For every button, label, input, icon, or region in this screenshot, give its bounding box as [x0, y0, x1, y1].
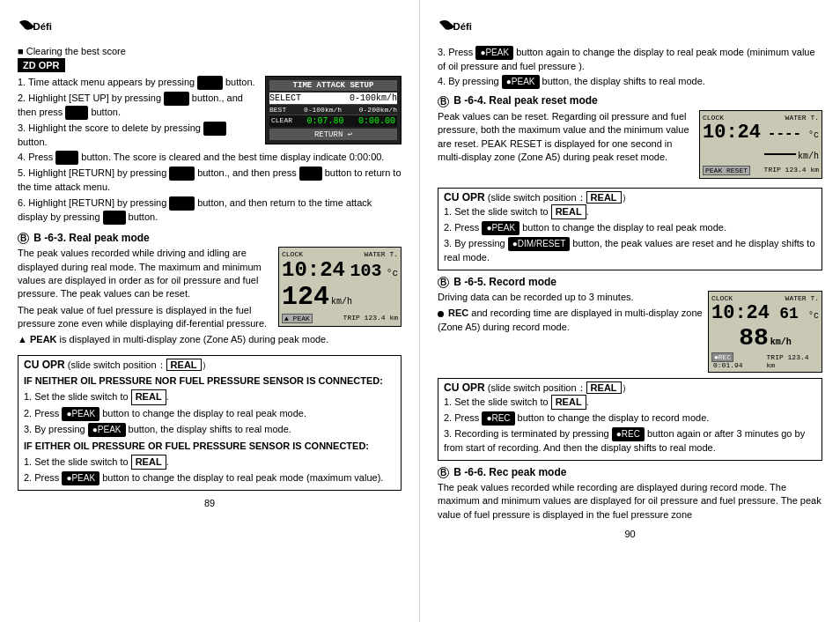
peak-top-row: CLOCK WATER T. [282, 250, 398, 258]
clearing-title: ■ Clearing the best score [18, 46, 402, 56]
step-4: 4. Press button. The score is cleared an… [18, 151, 402, 165]
ta-header: TIME ATTACK SETUP [269, 80, 397, 91]
btn-step4 [55, 151, 78, 165]
peak-trip-label: TRIP 123.4 km [343, 314, 398, 323]
right-step4: 4. By pressing ●PEAK button, the display… [438, 75, 822, 89]
real-box-cu1a: REAL [131, 389, 166, 404]
peak-btn-1: ●PEAK [62, 407, 99, 421]
clear-label: CLEAR [271, 116, 292, 126]
logo-area: Défi [18, 16, 402, 41]
real-box-3: REAL [586, 381, 622, 394]
cu-opr-label-3: CU OPR [444, 381, 485, 394]
peak-temp: 103 [350, 261, 381, 281]
cu-opr-box-2: CU OPR (slide switch position： REAL ） 1.… [438, 188, 822, 270]
page-num-right: 90 [438, 529, 822, 539]
b-marker-64: B [438, 96, 449, 107]
b65-title: B -6-5. Record mode [453, 276, 556, 288]
rec-label-group: ●REC 0:01.94 [711, 353, 767, 369]
dim-reset-btn: ●DIM/RESET [508, 237, 571, 251]
btn-step6a [169, 196, 195, 211]
b-marker-66: B [438, 467, 449, 478]
cu1-if-neither: IF NEITHER OIL PRESSURE NOR FUEL PRESSUR… [24, 374, 395, 388]
opr-slide-1: (slide switch position： REAL ） [68, 359, 211, 370]
defi-logo-right: Défi [438, 16, 499, 41]
btn-step5b [299, 167, 322, 181]
peak-btn-r2: ●PEAK [502, 75, 540, 89]
cu1-if-either: IF EITHER OIL PRESSURE OR FUEL PRESSURE … [24, 440, 395, 453]
rec-top-row: CLOCK WATER T. [711, 294, 819, 302]
real-box-b64: REAL [551, 204, 586, 219]
b-marker-65: B [438, 277, 449, 288]
pr-speed: ——— [764, 144, 796, 164]
cu-opr-label-1: CU OPR [24, 359, 65, 371]
ta-return: RETURN ↩ [269, 129, 397, 140]
opr-slide-2: (slide switch position： REAL ） [488, 192, 631, 203]
cu1-step2b: 2. Press ●PEAK button to change the disp… [24, 471, 395, 485]
rec-temp: 61 [779, 305, 799, 322]
pr-mid-row: 10:24 ----°c [703, 122, 819, 144]
pr-temp: ---- [768, 126, 801, 142]
b64-step2: 2. Press ●PEAK button to change the disp… [444, 221, 816, 235]
b65-content: CLOCK WATER T. 10:24 61°c 88 km/h ●REC 0… [438, 291, 822, 373]
peak-bottom-row: ▲ PEAK TRIP 123.4 km [282, 314, 398, 323]
b63-content: CLOCK WATER T. 10:24 103°c 124 km/h ▲ PE… [18, 247, 402, 350]
rec-speed-row: 88 km/h [711, 324, 819, 352]
cu1-step1b: 1. Set the slide switch to REAL . [24, 455, 395, 470]
pr-time: 10:24 [703, 122, 761, 144]
b64-title: B -6-4. Real peak reset mode [453, 94, 597, 107]
left-page: Défi ■ Clearing the best score ZD OPR TI… [0, 0, 420, 622]
svg-text:Défi: Défi [453, 21, 472, 32]
pr-bottom-row: PEAK RESET TRIP 123.4 km [703, 166, 819, 175]
btn-step1 [197, 76, 223, 90]
ta-setup-lcd: TIME ATTACK SETUP SELECT 0-100km/h BEST … [265, 76, 402, 144]
peak-speed-unit: km/h [331, 297, 352, 307]
b64-step3: 3. By pressing ●DIM/RESET button, the pe… [444, 237, 816, 264]
logo-area-right: Défi [438, 16, 822, 41]
b65-step1: 1. Set the slide switch to REAL . [444, 395, 816, 410]
page-num-left: 89 [18, 498, 402, 508]
rec-bottom-row: ●REC 0:01.94 TRIP 123.4 km [711, 353, 819, 369]
cu-opr-box-3: CU OPR (slide switch position： REAL ） 1.… [438, 378, 822, 461]
pr-speed-row: ——— km/h [703, 144, 819, 164]
cu-opr-label-2: CU OPR [444, 191, 485, 204]
peak-btn-2: ●PEAK [88, 423, 126, 437]
real-box-cu1b: REAL [131, 455, 166, 470]
rec-btn-b65-3: ●REC [612, 427, 645, 441]
opr-slide-3: (slide switch position： REAL ） [488, 382, 631, 393]
peak-reset-lcd: CLOCK WATER T. 10:24 ----°c ——— km/h PEA… [699, 110, 822, 179]
cu1-step2: 2. Press ●PEAK button to change the disp… [24, 407, 395, 421]
step-5: 5. Highlight [RETURN] by pressing button… [18, 167, 402, 194]
section-b64-heading: B B -6-4. Real peak reset mode [438, 94, 822, 107]
b-marker-63: B [18, 233, 29, 244]
rec-time: 10:24 [711, 302, 770, 324]
b65-step3: 3. Recording is terminated by pressing ●… [444, 427, 816, 455]
rec-speed: 88 [739, 324, 769, 352]
peak-time: 10:24 [282, 258, 345, 282]
section-b65-heading: B B -6-5. Record mode [438, 276, 822, 288]
rec-lcd: CLOCK WATER T. 10:24 61°c 88 km/h ●REC 0… [708, 291, 822, 373]
pr-trip: TRIP 123.4 km [764, 166, 819, 175]
rec-trip: TRIP 123.4 km [767, 353, 819, 369]
rec-btn-b65: ●REC [482, 411, 514, 426]
rec-mid-row: 10:24 61°c [711, 302, 819, 324]
btn-step6b [103, 211, 126, 225]
ta-row-select: SELECT 0-100km/h [269, 93, 397, 105]
peak-lcd: CLOCK WATER T. 10:24 103°c 124 km/h ▲ PE… [278, 247, 402, 327]
peak-label: ▲ PEAK [282, 314, 313, 323]
svg-text:Défi: Défi [33, 21, 52, 32]
zd-opr-label: ZD OPR [18, 58, 65, 72]
real-box-2: REAL [586, 191, 622, 204]
b64-step1: 1. Set the slide switch to REAL . [444, 204, 816, 219]
pr-peak-label: PEAK RESET [703, 166, 750, 175]
pr-top-row: CLOCK WATER T. [703, 114, 819, 122]
ta-row-best: BEST 0-100km/h 0-200km/h [269, 105, 397, 115]
rec-speed-unit: km/h [770, 337, 792, 347]
b63-para3: ▲ PEAK is displayed in multi-display zon… [18, 333, 402, 346]
btn-step5a [169, 167, 195, 181]
btn-step3 [203, 122, 226, 136]
right-page: Défi 3. Press ●PEAK button again to chan… [420, 0, 840, 622]
peak-btn-b64-2: ●PEAK [482, 221, 519, 235]
section-b66-heading: B B -6-6. Rec peak mode [438, 466, 822, 478]
btn-step2b [65, 106, 88, 120]
real-box-1: REAL [166, 359, 202, 371]
